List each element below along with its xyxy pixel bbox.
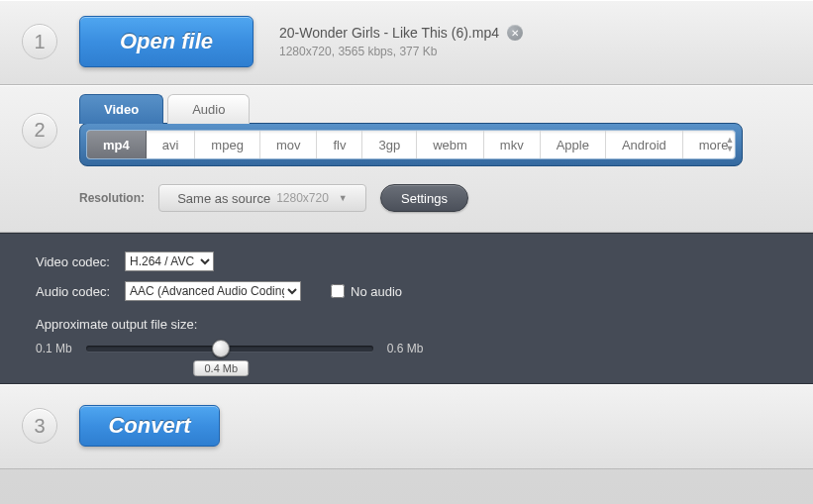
slider-thumb[interactable]: 0.4 Mb [212,340,230,357]
step-badge-2: 2 [22,113,57,149]
convert-button[interactable]: Convert [79,405,220,447]
step-badge-3: 3 [22,408,57,444]
format-3gp[interactable]: 3gp [362,131,417,158]
audio-codec-label: Audio codec: [36,284,113,299]
size-slider[interactable]: 0.4 Mb [86,346,373,352]
format-bar: mp4 avi mpeg mov flv 3gp webm mkv Apple … [79,123,743,166]
chevron-updown-icon: ▲▼ [725,136,734,153]
format-avi[interactable]: avi [147,131,196,158]
format-mp4[interactable]: mp4 [87,131,147,158]
file-name-label: 20-Wonder Girls - Like This (6).mp4 [279,25,499,41]
chevron-down-icon: ▼ [339,193,348,203]
resolution-dropdown[interactable]: Same as source 1280x720 ▼ [158,184,366,212]
file-info: 20-Wonder Girls - Like This (6).mp4 ✕ 12… [279,25,523,58]
resolution-label: Resolution: [79,191,145,205]
tab-video[interactable]: Video [79,94,163,124]
video-codec-label: Video codec: [36,254,113,269]
no-audio-checkbox[interactable] [331,284,345,298]
format-mkv[interactable]: mkv [484,131,541,158]
format-mov[interactable]: mov [260,131,318,158]
approx-size-label: Approximate output file size: [36,317,777,332]
slider-min-label: 0.1 Mb [36,342,72,355]
settings-button[interactable]: Settings [380,184,468,212]
format-flv[interactable]: flv [317,131,362,158]
format-apple[interactable]: Apple [541,131,606,158]
tab-audio[interactable]: Audio [167,94,250,124]
audio-codec-select[interactable]: AAC (Advanced Audio Coding) [125,281,301,301]
format-webm[interactable]: webm [417,131,484,158]
remove-file-icon[interactable]: ✕ [507,25,523,41]
section-open-file: 1 Open file 20-Wonder Girls - Like This … [0,0,813,85]
file-meta-label: 1280x720, 3565 kbps, 377 Kb [279,45,523,58]
section-format: 2 Video Audio mp4 avi mpeg mov flv 3gp w… [0,85,813,233]
format-android[interactable]: Android [606,131,683,158]
section-convert: 3 Convert [0,384,813,469]
slider-max-label: 0.6 Mb [387,342,424,355]
slider-value-label: 0.4 Mb [193,360,249,376]
tab-bar: Video Audio [79,94,743,124]
open-file-button[interactable]: Open file [79,16,254,67]
format-mpeg[interactable]: mpeg [195,131,260,158]
format-more[interactable]: more ▲▼ [683,131,736,158]
step-badge-1: 1 [22,24,57,59]
video-codec-select[interactable]: H.264 / AVC [125,252,214,271]
no-audio-label: No audio [351,284,402,299]
settings-panel: Video codec: H.264 / AVC Audio codec: AA… [0,233,813,384]
